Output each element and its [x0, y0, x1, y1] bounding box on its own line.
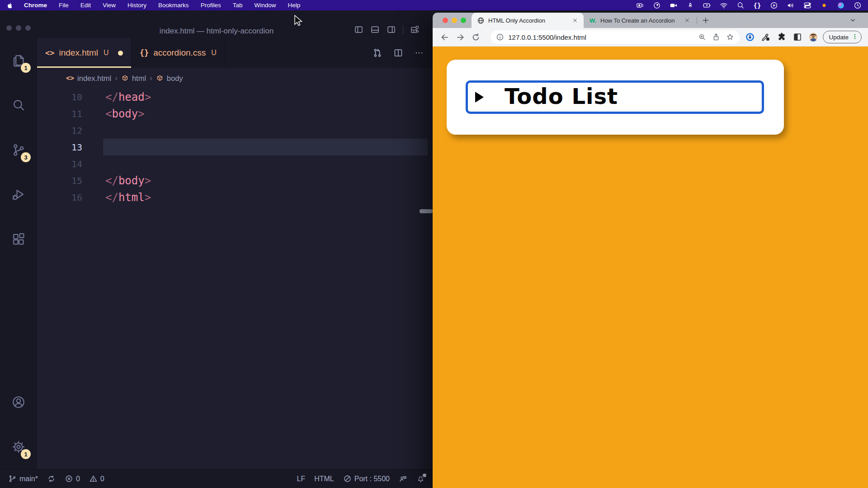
menu-chrome[interactable]: Chrome [18, 2, 53, 9]
menu-history[interactable]: History [122, 2, 152, 9]
eyedropper-icon[interactable] [761, 32, 771, 42]
video-camera-icon[interactable] [670, 1, 678, 9]
panel-bottom-icon[interactable] [370, 25, 380, 34]
close-tab-icon[interactable] [572, 17, 578, 23]
star-icon[interactable] [726, 33, 734, 41]
menu-file[interactable]: File [53, 2, 75, 9]
menu-bookmarks[interactable]: Bookmarks [152, 2, 195, 9]
close-window-button[interactable] [443, 18, 448, 23]
status-warning[interactable]: 0 [89, 474, 104, 483]
window-resize-handle[interactable] [420, 209, 433, 213]
wifi-icon[interactable] [720, 1, 728, 9]
activity-extensions-icon[interactable] [0, 217, 37, 262]
vscode-titlebar[interactable]: index.html — html-only-accordion [0, 10, 433, 38]
code-glyph: <> [66, 74, 74, 82]
tab-accordion-css[interactable]: {}accordion.cssU [132, 38, 225, 68]
status-error[interactable]: 0 [65, 474, 80, 483]
current-line-highlight [103, 139, 428, 155]
status-lf[interactable]: LF [297, 475, 305, 483]
menu-tab[interactable]: Tab [227, 2, 249, 9]
compare-changes-icon[interactable] [373, 48, 382, 58]
apple-icon[interactable] [6, 2, 14, 9]
menu-view[interactable]: View [97, 2, 122, 9]
breadcrumb-body[interactable]: body [156, 74, 183, 83]
url-text[interactable]: 127.0.0.1:5500/index.html [508, 33, 694, 41]
site-info-icon[interactable] [496, 33, 504, 41]
battery-icon[interactable] [703, 1, 711, 9]
tab-search-chevron-icon[interactable] [849, 17, 856, 25]
kebab-menu-icon[interactable] [852, 33, 858, 41]
code-line-10[interactable]: 10</head> [37, 89, 433, 105]
tab-label: accordion.css [153, 48, 206, 58]
forward-icon[interactable] [455, 31, 466, 43]
status-live-server[interactable]: Port : 5500 [343, 474, 390, 483]
reader-icon[interactable] [793, 32, 802, 42]
editor-tabstrip: <>index.htmlU{}accordion.cssU [37, 38, 433, 68]
status-bar: main*00 LFHTMLPort : 5500 [0, 469, 433, 488]
chrome-window-controls[interactable] [443, 18, 466, 23]
siri-icon[interactable] [837, 1, 845, 9]
control-center-icon[interactable] [803, 1, 811, 9]
privacy-badge-icon[interactable] [745, 32, 755, 42]
puzzle-icon[interactable] [777, 32, 787, 42]
split-editor-icon[interactable] [393, 48, 403, 58]
code-line-16[interactable]: 16</html> [37, 189, 433, 206]
mic-indicator-dot[interactable] [820, 1, 828, 9]
status-bell[interactable] [416, 474, 425, 483]
code-editor[interactable]: 10</head>11<body>12131415</body>16</html… [37, 89, 433, 469]
clock-icon[interactable] [854, 1, 862, 9]
status-feedback[interactable] [399, 474, 407, 483]
update-button[interactable]: Update [823, 31, 862, 43]
screen-record-icon[interactable] [636, 1, 644, 9]
menu-edit[interactable]: Edit [75, 2, 97, 9]
panel-left-icon[interactable] [354, 25, 363, 34]
activity-account-icon[interactable] [0, 380, 37, 424]
activity-debug-icon[interactable] [0, 172, 37, 217]
browser-tab-html-only-accordion[interactable]: HTML Only Accordion [472, 13, 584, 28]
avatar[interactable] [808, 32, 818, 42]
menu-profiles[interactable]: Profiles [195, 2, 227, 9]
activity-search-icon[interactable] [0, 83, 37, 127]
braces-icon[interactable]: {} [753, 1, 761, 9]
menu-help[interactable]: Help [282, 2, 306, 9]
code-line-15[interactable]: 15</body> [37, 172, 433, 189]
activity-files-icon[interactable]: 1 [0, 38, 37, 83]
unsaved-dot-icon[interactable] [118, 51, 123, 56]
code-line-11[interactable]: 11<body> [37, 105, 433, 122]
status-branch[interactable]: main* [8, 474, 38, 483]
rocket-icon[interactable] [686, 1, 694, 9]
record-target-icon[interactable] [653, 1, 661, 9]
code-line-13[interactable]: 13 [37, 139, 433, 155]
accordion-title: Todo List [505, 84, 618, 109]
code-line-12[interactable]: 12 [37, 122, 433, 139]
tab-index-html[interactable]: <>index.htmlU [37, 38, 132, 68]
breadcrumb-html[interactable]: html [121, 74, 146, 83]
todo-accordion-summary[interactable]: Todo List [466, 80, 764, 114]
line-number: 13 [37, 142, 82, 153]
new-tab-button[interactable] [700, 14, 712, 26]
customize-layout-icon[interactable] [410, 25, 420, 34]
extensions-row [745, 32, 818, 42]
more-actions-icon[interactable] [414, 48, 424, 58]
close-tab-icon[interactable] [684, 17, 690, 23]
search-icon[interactable] [736, 1, 745, 9]
back-icon[interactable] [439, 31, 450, 43]
address-bar[interactable]: 127.0.0.1:5500/index.html [491, 30, 740, 44]
panel-right-icon[interactable] [387, 25, 396, 34]
status-sync[interactable] [47, 474, 56, 483]
browser-tab-how-to-create-an-accordion[interactable]: W.How To Create an Accordion [584, 13, 696, 28]
zoom-window-button[interactable] [461, 18, 466, 23]
share-icon[interactable] [712, 33, 720, 41]
activity-source-control-icon[interactable]: 3 [0, 127, 37, 172]
code-line-14[interactable]: 14 [37, 155, 433, 172]
menu-window[interactable]: Window [248, 2, 282, 9]
play-circle-icon[interactable] [770, 1, 778, 9]
minimize-window-button[interactable] [452, 18, 457, 23]
volume-icon[interactable] [787, 1, 795, 9]
line-number: 10 [37, 92, 82, 103]
activity-settings-gear-icon[interactable]: 1 [0, 424, 37, 469]
status-html[interactable]: HTML [314, 475, 334, 483]
breadcrumb-index-html[interactable]: <>index.html [66, 74, 111, 83]
reload-icon[interactable] [471, 31, 482, 43]
zoom-icon[interactable] [698, 33, 706, 41]
